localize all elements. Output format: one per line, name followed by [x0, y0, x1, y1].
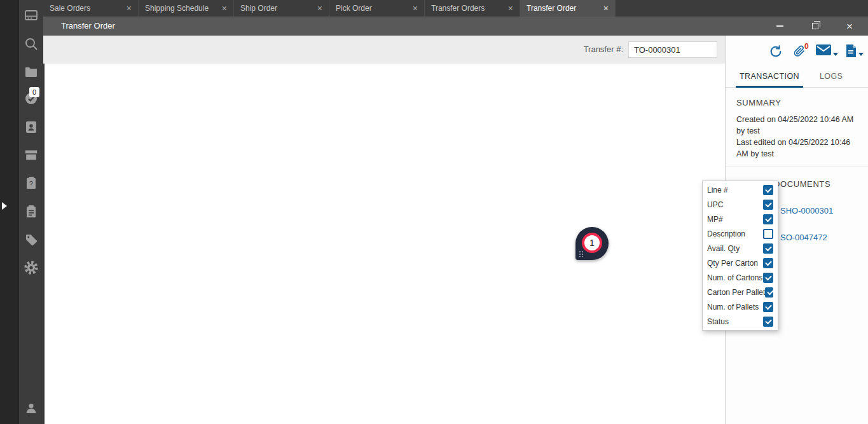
- tasks-count-badge: 0: [29, 87, 39, 97]
- drag-grip-icon: [579, 250, 583, 257]
- tab-close-icon[interactable]: [125, 4, 133, 13]
- tab-close-icon[interactable]: [411, 4, 419, 13]
- attachment-count-badge: 0: [804, 42, 809, 51]
- checkbox-checked[interactable]: [763, 214, 773, 224]
- column-chooser-item[interactable]: Description: [703, 226, 778, 241]
- checkbox-checked[interactable]: [763, 200, 773, 210]
- expand-panel-icon[interactable]: [2, 202, 7, 210]
- checkbox-checked[interactable]: [763, 302, 773, 312]
- column-chooser-item[interactable]: MP#: [703, 212, 778, 226]
- tab-close-icon[interactable]: [316, 4, 324, 13]
- column-chooser-item[interactable]: Carton Per Pallet: [703, 285, 778, 299]
- column-chooser-item[interactable]: Qty Per Carton: [703, 256, 778, 270]
- refresh-icon[interactable]: [769, 44, 783, 61]
- checkbox-unchecked[interactable]: [763, 229, 773, 239]
- created-text: Created on 04/25/2022 10:46 AM by test: [736, 114, 862, 137]
- column-chooser-item[interactable]: Num. of Cartons: [703, 270, 778, 285]
- tab-ship-order[interactable]: Ship Order: [234, 0, 329, 17]
- document-row: SO-0047472 $270.62: [780, 231, 868, 243]
- document-link[interactable]: SHO-0000301: [780, 206, 833, 215]
- tab-close-icon[interactable]: [221, 4, 228, 13]
- edited-text: Last edited on 04/25/2022 10:46 AM by te…: [736, 137, 862, 160]
- export-document-icon[interactable]: [846, 44, 856, 60]
- checkbox-checked[interactable]: [763, 258, 773, 268]
- panel-tabs: TRANSACTION LOGS: [726, 66, 868, 88]
- drag-count-badge: 1: [582, 233, 602, 253]
- tab-logs[interactable]: LOGS: [820, 66, 843, 88]
- sidebar: 0 ?: [19, 0, 43, 424]
- tab-close-icon[interactable]: [507, 4, 514, 13]
- attachment-paperclip-icon[interactable]: [793, 44, 806, 60]
- checkbox-checked[interactable]: [765, 287, 773, 297]
- window-title: Transfer Order: [61, 21, 115, 31]
- window-titlebar: Transfer Order: [43, 17, 868, 36]
- tab-transfer-order[interactable]: Transfer Order: [520, 0, 616, 17]
- document-tabbar: Sale Orders Shipping Schedule Ship Order…: [43, 0, 868, 17]
- user-icon[interactable]: [24, 400, 39, 416]
- email-icon[interactable]: [816, 44, 831, 58]
- search-icon[interactable]: [24, 36, 39, 51]
- settings-gear-icon[interactable]: [24, 260, 39, 275]
- checkbox-checked[interactable]: [763, 273, 773, 283]
- folder-icon[interactable]: [24, 64, 39, 79]
- collapsed-nav-rail: [0, 0, 19, 424]
- checkbox-checked[interactable]: [763, 185, 773, 195]
- tag-icon[interactable]: [24, 232, 39, 247]
- svg-text:?: ?: [29, 180, 33, 188]
- clipboard-question-icon[interactable]: ?: [24, 175, 39, 191]
- tab-shipping-schedule[interactable]: Shipping Schedule: [139, 0, 234, 17]
- transfer-number-input[interactable]: [628, 41, 717, 58]
- order-header-bar: Transfer #:: [43, 36, 725, 64]
- column-chooser-item[interactable]: Status: [703, 314, 778, 329]
- panel-divider: [726, 167, 868, 167]
- column-chooser-item[interactable]: UPC: [703, 197, 778, 212]
- document-link[interactable]: SO-0047472: [780, 233, 827, 242]
- app-screen: 0 ? Sale Orders Shipping Schedule Ship O…: [0, 0, 868, 424]
- documents-heading: DOCUMENTS: [774, 179, 830, 189]
- drag-indicator: 1: [575, 227, 609, 260]
- restore-button[interactable]: [804, 17, 826, 36]
- checkbox-checked[interactable]: [763, 317, 773, 327]
- tab-close-icon[interactable]: [602, 4, 610, 13]
- export-dropdown-icon[interactable]: [858, 48, 864, 60]
- document-row: SHO-0000301: [780, 205, 868, 216]
- store-icon[interactable]: [24, 147, 39, 163]
- tab-transaction[interactable]: TRANSACTION: [736, 66, 803, 88]
- dashboard-icon[interactable]: [24, 8, 39, 23]
- column-chooser-item[interactable]: Avail. Qty: [703, 241, 778, 256]
- tab-transfer-orders[interactable]: Transfer Orders: [425, 0, 520, 17]
- close-button[interactable]: [839, 17, 860, 36]
- column-chooser-item[interactable]: Num. of Pallets: [703, 299, 778, 314]
- summary-heading: SUMMARY: [736, 98, 781, 107]
- panel-action-icons: 0: [726, 41, 868, 64]
- tab-sale-orders[interactable]: Sale Orders: [43, 0, 139, 17]
- contacts-icon[interactable]: [24, 120, 39, 135]
- clipboard-icon[interactable]: [24, 204, 39, 219]
- column-chooser-menu: Line # UPC MP# Description Avail. Qty Qt…: [702, 181, 778, 331]
- tab-pick-order[interactable]: Pick Order: [329, 0, 425, 17]
- email-dropdown-icon[interactable]: [833, 48, 838, 60]
- column-chooser-item[interactable]: Line #: [703, 182, 778, 197]
- minimize-button[interactable]: [769, 17, 790, 36]
- transfer-number-label: Transfer #:: [584, 44, 623, 54]
- checkbox-checked[interactable]: [763, 243, 773, 254]
